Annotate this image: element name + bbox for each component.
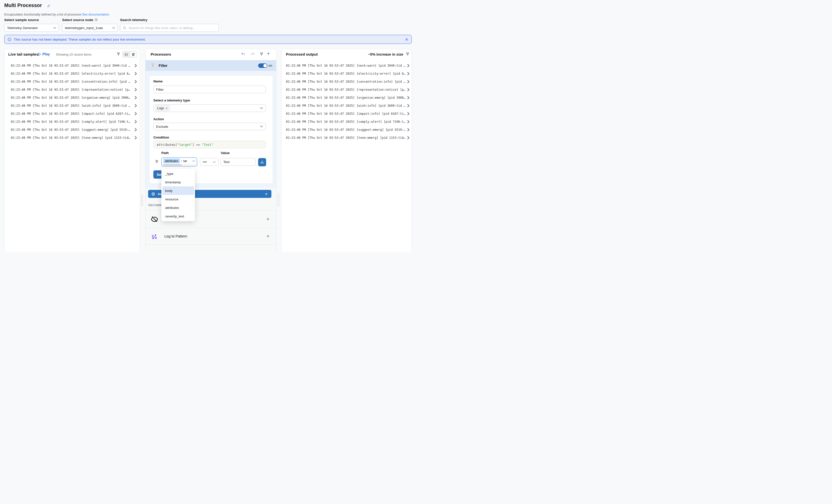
play-label: Play: [42, 52, 50, 56]
log-row[interactable]: 02:23:48 PM [Thu Oct 16 03:53:47 2025] […: [286, 110, 410, 118]
dropdown-option[interactable]: _type: [162, 169, 194, 178]
chevron-right-icon[interactable]: [135, 128, 137, 132]
edit-title-button[interactable]: [47, 4, 51, 7]
play-button[interactable]: Play: [38, 52, 50, 56]
condition-var: attributes: [157, 143, 176, 147]
value-input[interactable]: Test: [220, 158, 256, 166]
source-node-select[interactable]: telemetrygen_input_1cae: [62, 24, 118, 32]
recommended-row-log-to-pattern[interactable]: Log to Pattern +: [146, 228, 277, 244]
chevron-right-icon[interactable]: [135, 88, 137, 91]
chip-icon: [151, 192, 155, 196]
log-text: 02:23:48 PM [Thu Oct 16 03:53:47 2025] […: [11, 104, 135, 107]
filter-processor-header[interactable]: Filter on: [146, 60, 277, 71]
log-row[interactable]: 02:23:48 PM [Thu Oct 16 03:53:47 2025] […: [11, 102, 137, 110]
sample-source-select[interactable]: Telemetry Generator: [4, 24, 59, 32]
chevron-right-icon[interactable]: [407, 96, 410, 100]
output-filter-button[interactable]: [406, 52, 410, 56]
log-row[interactable]: 02:23:48 PM [Thu Oct 16 03:53:47 2025] […: [286, 118, 410, 126]
live-tail-panel: Live tail samples Play Showing 10 recent…: [4, 49, 140, 252]
log-row[interactable]: 02:23:48 PM [Thu Oct 16 03:53:47 2025] […: [286, 134, 410, 142]
dropdown-option[interactable]: attributes: [162, 204, 194, 212]
panel-resize-handle-left[interactable]: [141, 194, 143, 206]
help-icon[interactable]: [95, 18, 98, 22]
chevron-right-icon[interactable]: [135, 120, 137, 124]
eye-off-icon: [151, 215, 158, 223]
chevron-right-icon[interactable]: [135, 104, 137, 107]
chevron-down-icon: [260, 126, 263, 128]
log-row[interactable]: 02:23:48 PM [Thu Oct 16 03:53:47 2025] […: [11, 110, 137, 118]
chevron-right-icon[interactable]: [407, 128, 410, 132]
chevron-right-icon[interactable]: [407, 80, 410, 83]
name-input[interactable]: Filter: [153, 86, 266, 93]
list-view-button[interactable]: [130, 52, 137, 57]
banner-text: This source has not been deployed. These…: [14, 37, 402, 41]
log-row[interactable]: 02:23:48 PM [Thu Oct 16 03:53:47 2025] […: [11, 134, 137, 142]
log-row[interactable]: 02:23:48 PM [Thu Oct 16 03:53:47 2025] […: [11, 126, 137, 134]
chevron-right-icon[interactable]: [135, 136, 137, 139]
split-condition-button[interactable]: [258, 158, 266, 166]
telemetry-type-label: Select a telemetry type: [153, 99, 190, 102]
remove-chip-icon[interactable]: [165, 107, 168, 109]
chevron-right-icon[interactable]: [407, 136, 410, 139]
live-tail-filter-button[interactable]: [116, 52, 121, 56]
dropdown-option[interactable]: severity_text: [162, 212, 194, 220]
path-combobox[interactable]: attributes tar: [161, 157, 197, 166]
log-row[interactable]: 02:23:48 PM [Thu Oct 16 03:53:47 2025] […: [11, 94, 137, 102]
path-segment-chip[interactable]: attributes: [163, 159, 180, 163]
redo-button[interactable]: [250, 52, 255, 56]
telemetry-type-multiselect[interactable]: Logs: [153, 104, 266, 112]
chevron-right-icon[interactable]: [407, 112, 410, 115]
chevron-right-icon[interactable]: [407, 88, 410, 91]
log-text: 02:23:48 PM [Thu Oct 16 03:53:47 2025] […: [286, 88, 407, 91]
operator-select[interactable]: ==: [200, 158, 218, 166]
search-icon: [123, 26, 127, 30]
log-row[interactable]: 02:23:48 PM [Thu Oct 16 03:53:47 2025] […: [11, 78, 137, 86]
log-row[interactable]: 02:23:48 PM [Thu Oct 16 03:53:47 2025] […: [11, 86, 137, 94]
panel-resize-handle-right[interactable]: [277, 193, 280, 206]
search-telemetry-field[interactable]: Search for things like error, warn, or d…: [120, 24, 219, 32]
dropdown-option[interactable]: timestamp: [162, 178, 194, 186]
processors-filter-button[interactable]: [259, 52, 264, 56]
see-documentation-link[interactable]: See documentation.: [82, 13, 110, 16]
filter-toggle[interactable]: [258, 63, 267, 68]
plus-icon[interactable]: +: [266, 217, 269, 222]
dropdown-option-highlighted[interactable]: body: [162, 186, 194, 195]
undo-button[interactable]: [241, 52, 245, 56]
dropdown-option[interactable]: resource: [162, 195, 194, 204]
json-view-button[interactable]: { }: [123, 52, 130, 57]
log-row[interactable]: 02:23:48 PM [Thu Oct 16 03:53:47 2025] […: [286, 126, 410, 134]
chevron-down-icon: [53, 27, 56, 29]
log-text: 02:23:48 PM [Thu Oct 16 03:53:47 2025] […: [11, 64, 135, 68]
log-row[interactable]: 02:23:48 PM [Thu Oct 16 03:53:47 2025] […: [286, 62, 410, 70]
log-row[interactable]: 02:23:48 PM [Thu Oct 16 03:53:47 2025] […: [286, 102, 410, 110]
live-tail-log-list: 02:23:48 PM [Thu Oct 16 03:53:47 2025] […: [4, 62, 140, 142]
delete-condition-button[interactable]: [155, 159, 159, 163]
log-row[interactable]: 02:23:48 PM [Thu Oct 16 03:53:47 2025] […: [11, 70, 137, 78]
log-row[interactable]: 02:23:48 PM [Thu Oct 16 03:53:47 2025] […: [11, 62, 137, 70]
chevron-right-icon[interactable]: [407, 120, 410, 124]
scrollbar-thumb[interactable]: [163, 164, 182, 165]
chevron-right-icon[interactable]: [407, 72, 410, 75]
log-row[interactable]: 02:23:48 PM [Thu Oct 16 03:53:47 2025] […: [11, 118, 137, 126]
chevron-right-icon[interactable]: [135, 80, 137, 83]
plus-icon[interactable]: +: [266, 234, 269, 239]
divider: [146, 244, 277, 245]
log-row[interactable]: 02:23:48 PM [Thu Oct 16 03:53:47 2025] […: [286, 70, 410, 78]
chevron-right-icon[interactable]: [135, 64, 137, 68]
source-node-value: telemetrygen_input_1cae: [65, 26, 110, 30]
log-row[interactable]: 02:23:48 PM [Thu Oct 16 03:53:47 2025] […: [286, 86, 410, 94]
chevron-right-icon[interactable]: [135, 112, 137, 115]
close-icon[interactable]: [405, 37, 409, 41]
log-text: 02:23:48 PM [Thu Oct 16 03:53:47 2025] […: [286, 64, 407, 68]
log-row[interactable]: 02:23:48 PM [Thu Oct 16 03:53:47 2025] […: [286, 94, 410, 102]
chevron-right-icon[interactable]: [407, 104, 410, 107]
path-options-dropdown: _type timestamp body resource attributes…: [161, 168, 195, 221]
breadcrumb-chevron-icon: [181, 160, 182, 162]
action-select[interactable]: Exclude: [153, 123, 266, 130]
path-scrollbar[interactable]: [163, 164, 196, 165]
chevron-right-icon[interactable]: [135, 72, 137, 75]
chevron-right-icon[interactable]: [135, 96, 137, 100]
log-row[interactable]: 02:23:48 PM [Thu Oct 16 03:53:47 2025] […: [286, 78, 410, 86]
chevron-right-icon[interactable]: [407, 64, 410, 68]
add-processor-icon-button[interactable]: +: [267, 51, 270, 56]
